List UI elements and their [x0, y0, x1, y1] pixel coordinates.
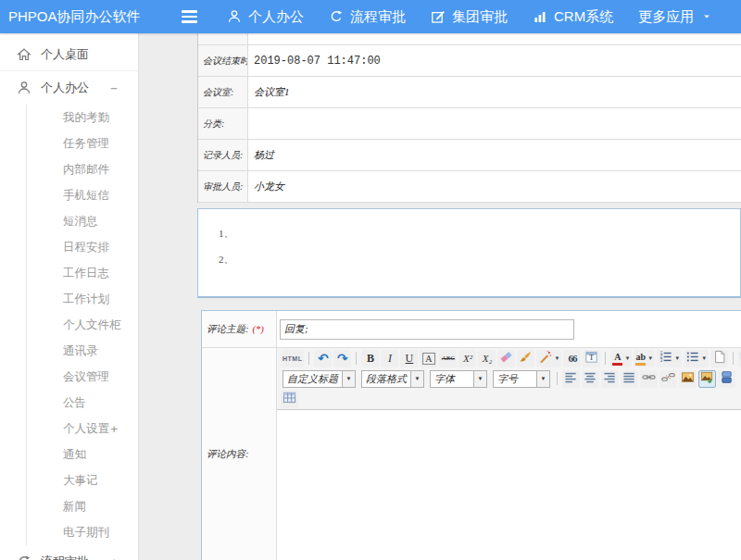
paragraph-format-select[interactable]: 段落格式▼	[361, 370, 424, 388]
font-color-icon-button[interactable]: A▼	[610, 350, 632, 367]
remove-link-icon-button[interactable]	[659, 370, 677, 388]
custom-title-select[interactable]: 自定义标题▼	[283, 370, 356, 388]
svg-text:T: T	[589, 354, 594, 362]
insert-date-icon-button[interactable]: T	[583, 350, 600, 367]
editor-toolbar-row-3	[277, 389, 741, 409]
sidebar-item-task-management[interactable]: 任务管理	[27, 131, 138, 156]
html-source-button[interactable]: HTML	[281, 350, 304, 367]
underline-button[interactable]: U	[400, 350, 418, 367]
comment-subject-input[interactable]	[280, 319, 574, 340]
caret-down-icon[interactable]: ▼	[536, 371, 549, 387]
blockquote-button[interactable]: 66	[563, 350, 581, 367]
comment-content-label: 评论内容:	[202, 348, 277, 560]
sidebar-item-label: 工作日志	[63, 266, 109, 281]
new-page-icon-button[interactable]	[710, 350, 728, 367]
sidebar-item-internal-mail[interactable]: 内部邮件	[27, 156, 138, 182]
sidebar-item-personal-desktop[interactable]: 个人桌面	[0, 38, 138, 71]
justify-icon-button[interactable]	[621, 370, 638, 388]
caret-down-icon[interactable]: ▼	[342, 371, 355, 387]
sidebar-item-news[interactable]: 新闻	[27, 493, 138, 519]
edit-square-icon	[431, 9, 446, 24]
remove-format-icon-button[interactable]	[497, 350, 515, 367]
sidebar-item-label: 新闻	[63, 499, 86, 515]
sidebar-item-address-book[interactable]: 通讯录	[27, 338, 138, 364]
sidebar-item-workflow-approval-2[interactable]: 流程审批+	[0, 545, 138, 560]
insert-image-icon-button[interactable]	[679, 370, 697, 388]
row-value-meeting-room: 会议室1	[248, 77, 741, 107]
sidebar-item-schedule[interactable]: 日程安排	[27, 234, 138, 260]
font-size-select[interactable]: 字号▼	[493, 370, 550, 388]
table-row-partial	[198, 33, 741, 45]
font-family-select[interactable]: 字体▼	[430, 370, 487, 388]
undo-button[interactable]: ↶	[314, 350, 332, 367]
nav-item-label: CRM系统	[554, 8, 613, 26]
italic-button[interactable]: I	[381, 350, 398, 367]
sidebar-item-mobile-sms[interactable]: 手机短信	[27, 182, 138, 208]
person-icon	[227, 9, 242, 24]
strikethrough-button[interactable]: ABC	[439, 350, 457, 367]
flow-icon	[329, 9, 344, 24]
caret-down-icon	[702, 12, 711, 21]
toolbar-separator	[605, 352, 606, 365]
sidebar-item-label: 会议管理	[63, 369, 109, 385]
nav-item-workflow-approval[interactable]: 流程审批	[329, 8, 406, 26]
table-row-meeting-end-time: 会议结束时间:2019-08-07 11:47:00	[198, 45, 741, 77]
insert-link-icon-button[interactable]	[640, 370, 658, 388]
eraser-icon	[499, 350, 513, 367]
sidebar-item-work-log[interactable]: 工作日志	[27, 260, 138, 286]
sidebar-item-label: 公告	[63, 395, 86, 411]
table-row-approver: 审批人员:小龙女	[198, 171, 741, 203]
sidebar-item-major-events[interactable]: 大事记	[27, 467, 138, 493]
unordered-list-icon-button[interactable]: ▼	[684, 350, 709, 367]
scrawl-icon-button[interactable]: ▼	[536, 350, 561, 367]
background-color-icon-button[interactable]: ab▼	[634, 350, 655, 367]
ordered-list-icon-button[interactable]: 123▼	[657, 350, 682, 367]
nav-item-more-apps[interactable]: 更多应用	[638, 8, 711, 26]
sidebar-item-e-journal[interactable]: 电子期刊	[27, 519, 138, 545]
sidebar-item-label: 任务管理	[63, 136, 109, 152]
insert-media-icon-button[interactable]	[718, 370, 735, 388]
expander-minus-icon[interactable]: −	[110, 81, 118, 95]
align-left-icon-button[interactable]	[562, 370, 580, 388]
upload-image-icon-button[interactable]	[698, 370, 716, 388]
sidebar-item-my-attendance[interactable]: 我的考勤	[27, 105, 138, 131]
subscript-button[interactable]: X₂	[478, 350, 496, 367]
sidebar-item-personal-office[interactable]: 个人办公−	[0, 71, 138, 105]
expander-plus-icon[interactable]: +	[110, 555, 118, 560]
char-border-button[interactable]: A	[420, 350, 437, 367]
sidebar-item-short-message[interactable]: 短消息	[27, 208, 138, 234]
sidebar-item-meeting-management[interactable]: 会议管理	[27, 364, 138, 390]
bold-glyph: B	[367, 352, 374, 366]
insert-table-icon-button[interactable]	[281, 391, 298, 408]
align-center-icon-button[interactable]	[582, 370, 599, 388]
align-right-icon-button[interactable]	[601, 370, 619, 388]
sidebar-item-notice[interactable]: 通知	[27, 442, 138, 467]
sidebar-item-personal-file-cabinet[interactable]: 个人文件柜	[27, 312, 138, 338]
sidebar-item-label: 我的考勤	[63, 110, 109, 126]
caret-down-icon[interactable]: ▼	[410, 371, 423, 387]
editor-toolbar-row-2: 自定义标题▼段落格式▼字体▼字号▼	[277, 368, 741, 389]
sidebar-item-announcement[interactable]: 公告	[27, 390, 138, 416]
sidebar-item-work-plan[interactable]: 工作计划	[27, 286, 138, 312]
editor-content-area[interactable]	[277, 409, 741, 560]
hamburger-menu-icon[interactable]	[178, 6, 201, 27]
sidebar-item-personal-settings[interactable]: 个人设置+	[27, 416, 138, 442]
caret-down-icon[interactable]: ▼	[473, 371, 486, 387]
sidebar-item-label: 内部邮件	[63, 162, 109, 178]
redo-button[interactable]: ↷	[333, 350, 351, 367]
bold-button[interactable]: B	[361, 350, 379, 367]
superscript-button[interactable]: X²	[458, 350, 476, 367]
required-mark: (*)	[253, 324, 264, 334]
sidebar-item-label: 个人文件柜	[63, 317, 121, 333]
image-icon	[681, 370, 695, 388]
format-brush-icon-button[interactable]	[517, 350, 534, 367]
align-center-icon	[584, 370, 597, 388]
table-row-meeting-room: 会议室:会议室1	[198, 77, 741, 108]
expander-plus-icon[interactable]: +	[110, 422, 118, 436]
nav-item-group-approval[interactable]: 集团审批	[431, 8, 508, 26]
nav-item-personal-office[interactable]: 个人办公	[227, 8, 304, 26]
nav-item-crm-system[interactable]: CRM系统	[533, 8, 613, 26]
sidebar-item-label: 短消息	[63, 214, 98, 230]
comment-content-row: 评论内容: HTML↶↷BIUAABCX²X₂▼66TA▼ab▼123▼▼ 自定…	[202, 348, 741, 560]
sidebar-item-label: 通讯录	[63, 343, 98, 359]
